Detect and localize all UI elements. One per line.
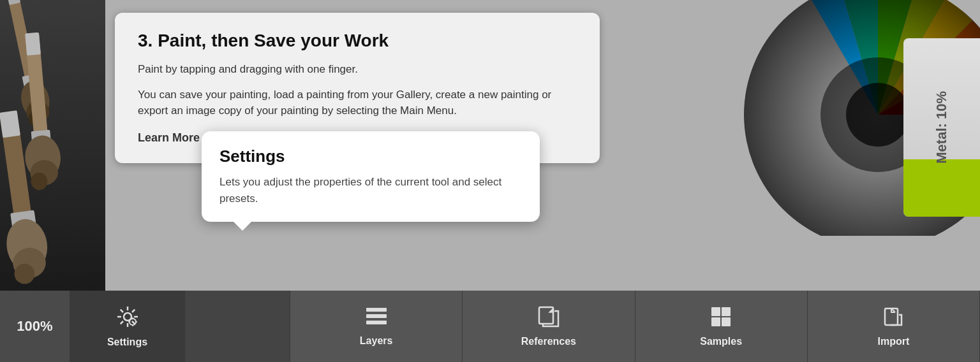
svg-point-20 [846,83,910,147]
metal-label: Metal: 10% [933,91,950,164]
brush-area-spacer [185,291,290,362]
metal-indicator[interactable]: Metal: 10% [903,38,980,217]
bottom-toolbar: 100% [0,291,980,362]
zoom-display: 100% [0,291,70,362]
samples-icon [710,306,732,332]
tutorial-step-title: 3. Paint, then Save your Work [138,31,577,51]
tutorial-paragraph-2: You can save your painting, load a paint… [138,87,577,119]
samples-button[interactable]: Samples [635,291,808,362]
import-button[interactable]: Import [808,291,980,362]
samples-label: Samples [700,336,742,347]
settings-tooltip: Settings Lets you adjust the properties … [202,131,540,222]
app-container: 3. Paint, then Save your Work Paint by t… [0,0,980,362]
gear-icon [116,305,139,333]
svg-rect-39 [711,307,720,316]
svg-rect-41 [711,317,720,326]
settings-tooltip-title: Settings [219,147,522,166]
svg-line-28 [132,309,135,312]
svg-line-29 [120,321,122,324]
tutorial-paragraph-1: Paint by tapping and dragging with one f… [138,61,577,78]
references-button[interactable]: References [463,291,635,362]
svg-rect-42 [722,317,731,326]
svg-line-26 [120,309,122,312]
layers-label: Layers [360,335,393,347]
settings-button[interactable]: Settings [70,291,185,362]
color-wheel-area[interactable]: Metal: 10% [693,0,980,236]
settings-label: Settings [107,337,147,348]
references-icon [538,306,560,332]
layers-button[interactable]: Layers [290,291,463,362]
svg-rect-38 [539,307,553,324]
references-label: References [521,336,576,347]
import-icon [882,306,904,332]
zoom-value: 100% [17,318,52,335]
brush-panel [0,0,105,291]
canvas-area: 3. Paint, then Save your Work Paint by t… [0,0,980,291]
svg-rect-35 [366,308,387,312]
svg-rect-40 [722,307,731,316]
svg-rect-13 [0,110,20,138]
svg-rect-7 [25,33,41,55]
metal-swatch [903,159,980,217]
svg-rect-37 [366,321,387,324]
layers-icon [365,307,388,331]
import-label: Import [877,336,909,347]
svg-rect-36 [366,314,387,318]
settings-tooltip-description: Lets you adjust the properties of the cu… [219,174,522,206]
svg-line-27 [132,321,135,324]
